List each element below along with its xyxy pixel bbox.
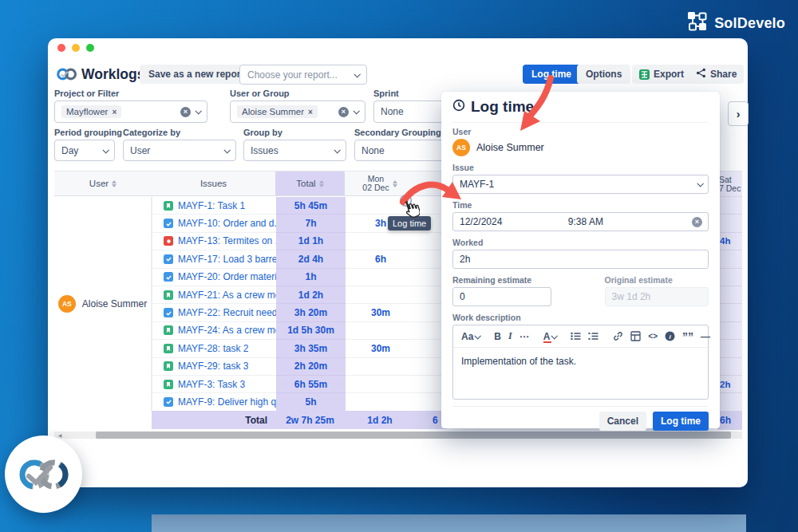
scrollbar-thumb[interactable] xyxy=(96,432,731,439)
day-cell[interactable]: 30m xyxy=(346,340,416,357)
clear-time-icon[interactable]: × xyxy=(692,217,702,227)
window-controls[interactable] xyxy=(57,44,94,52)
export-button[interactable]: Export xyxy=(632,65,691,84)
user-chip[interactable]: Aloise Summer × xyxy=(237,105,318,118)
column-header-issues[interactable]: Issues xyxy=(152,171,275,195)
table-icon[interactable] xyxy=(630,331,641,341)
bold-icon[interactable]: B xyxy=(494,331,501,342)
clear-filter-icon[interactable]: × xyxy=(180,107,191,117)
clock-value[interactable]: 9:38 AM xyxy=(568,216,603,227)
day-cell[interactable] xyxy=(346,376,416,393)
issue-link[interactable]: MAYF-20: Order materi... xyxy=(178,271,276,282)
saturday-cell[interactable] xyxy=(717,340,742,357)
saturday-cell[interactable] xyxy=(717,269,742,286)
report-select[interactable]: Choose your report... xyxy=(239,65,367,85)
time-input[interactable]: 12/2/2024 9:38 AM × xyxy=(452,212,709,231)
chevron-down-icon[interactable] xyxy=(195,108,201,114)
horizontal-scrollbar[interactable]: ◀ xyxy=(54,432,742,439)
saturday-cell[interactable] xyxy=(717,197,742,215)
story-icon xyxy=(164,344,173,353)
close-window-icon[interactable] xyxy=(57,44,65,52)
info-icon[interactable]: i xyxy=(665,331,675,341)
remaining-estimate-input[interactable]: 0 xyxy=(452,287,551,306)
project-filter-label: Project or Filter xyxy=(54,89,119,98)
dialog-footer: Cancel Log time xyxy=(452,406,709,431)
remove-chip-icon[interactable]: × xyxy=(112,108,117,116)
day-cell[interactable] xyxy=(346,269,416,286)
day-cell[interactable] xyxy=(346,358,416,376)
day-cell[interactable] xyxy=(346,286,416,304)
column-header-user[interactable]: User xyxy=(54,171,152,195)
issue-link[interactable]: MAYF-22: Recruit needl... xyxy=(178,307,276,318)
column-header-day[interactable]: Mon 02 Dec xyxy=(345,171,415,195)
column-header-saturday[interactable]: Sat 7 Dec xyxy=(717,171,742,197)
cancel-button[interactable]: Cancel xyxy=(599,412,646,431)
worked-input[interactable]: 2h xyxy=(452,250,709,269)
issue-link[interactable]: MAYF-1: Task 1 xyxy=(178,200,245,211)
saturday-cell[interactable] xyxy=(717,286,742,304)
work-description-text[interactable]: Implementation of the task. xyxy=(453,348,708,375)
dialog-log-time-button[interactable]: Log time xyxy=(653,412,709,431)
issue-link[interactable]: MAYF-9: Deliver high q... xyxy=(178,396,276,408)
day-cell[interactable]: 6h xyxy=(346,250,416,268)
day-cell[interactable] xyxy=(346,322,416,340)
code-icon[interactable]: <> xyxy=(648,332,658,341)
column-header-total[interactable]: Total xyxy=(275,171,345,195)
issue-link[interactable]: MAYF-10: Order and d... xyxy=(178,218,276,229)
total-cell: 1d 5h 30m xyxy=(276,322,346,340)
clear-filter-icon[interactable]: × xyxy=(338,107,349,117)
day-cell[interactable]: 30m xyxy=(346,304,416,321)
categorize-by-select[interactable]: User xyxy=(123,140,236,161)
work-description-editor[interactable]: Aa B I ⋯ A xyxy=(452,325,709,400)
project-chip[interactable]: Mayflower × xyxy=(61,105,121,118)
saturday-cell[interactable] xyxy=(717,215,742,232)
total-cell: 1d 2h xyxy=(276,286,346,304)
dialog-user-name: Aloise Summer xyxy=(476,142,544,153)
period-grouping-select[interactable]: Day xyxy=(54,140,115,161)
issue-link[interactable]: MAYF-21: As a crew me... xyxy=(178,290,276,301)
minimize-window-icon[interactable] xyxy=(72,44,80,52)
issue-select[interactable]: MAYF-1 xyxy=(452,175,709,194)
user-filter-input[interactable]: Aloise Summer × × xyxy=(230,100,365,123)
issue-link[interactable]: MAYF-28: task 2 xyxy=(178,343,248,354)
italic-icon[interactable]: I xyxy=(508,330,512,342)
soldevelo-logo-icon xyxy=(687,11,708,35)
link-icon[interactable] xyxy=(613,331,623,341)
issue-link[interactable]: MAYF-24: As a crew me... xyxy=(178,325,276,336)
numbered-list-icon[interactable] xyxy=(588,332,598,341)
date-value[interactable]: 12/2/2024 xyxy=(460,216,502,227)
total-cell: 1h xyxy=(276,269,346,286)
maximize-window-icon[interactable] xyxy=(86,44,94,52)
saturday-cell[interactable] xyxy=(717,358,742,376)
chevron-down-icon[interactable] xyxy=(353,108,359,114)
bullet-list-icon[interactable] xyxy=(571,332,581,341)
issue-cell: MAYF-1: Task 1 xyxy=(152,197,276,215)
total-day-value: 1d 2h xyxy=(345,411,415,429)
log-time-button[interactable]: Log time xyxy=(523,65,580,84)
saturday-cell[interactable] xyxy=(717,393,742,411)
saturday-cell[interactable]: 4h xyxy=(717,233,742,250)
text-color-icon[interactable]: A xyxy=(543,331,557,342)
remove-chip-icon[interactable]: × xyxy=(308,108,313,116)
quote-icon[interactable]: ”” xyxy=(682,330,693,343)
options-button[interactable]: Options xyxy=(577,65,630,84)
total-cell: 3h 35m xyxy=(276,340,346,357)
font-style-icon[interactable]: Aa xyxy=(461,331,480,342)
issue-link[interactable]: MAYF-13: Termites on ... xyxy=(178,235,276,246)
more-formatting-icon[interactable]: ⋯ xyxy=(519,331,529,342)
issue-link[interactable]: MAYF-3: Task 3 xyxy=(178,379,245,390)
saturday-cell[interactable]: 2h xyxy=(717,376,742,393)
next-period-button[interactable]: › xyxy=(728,101,749,126)
saturday-cell[interactable] xyxy=(717,322,742,340)
issue-link[interactable]: MAYF-17: Load 3 barrel... xyxy=(178,254,276,265)
day-cell[interactable] xyxy=(346,233,416,250)
group-by-select[interactable]: Issues xyxy=(243,140,346,161)
save-report-button[interactable]: Save as a new report xyxy=(140,65,252,84)
saturday-cell[interactable] xyxy=(717,304,742,321)
project-filter-input[interactable]: Mayflower × × xyxy=(54,100,207,123)
day-cell[interactable] xyxy=(346,393,416,411)
divider-icon[interactable]: — xyxy=(701,331,710,342)
share-button[interactable]: Share xyxy=(689,65,744,84)
issue-link[interactable]: MAYF-29: task 3 xyxy=(178,361,248,372)
saturday-cell[interactable] xyxy=(717,250,742,268)
